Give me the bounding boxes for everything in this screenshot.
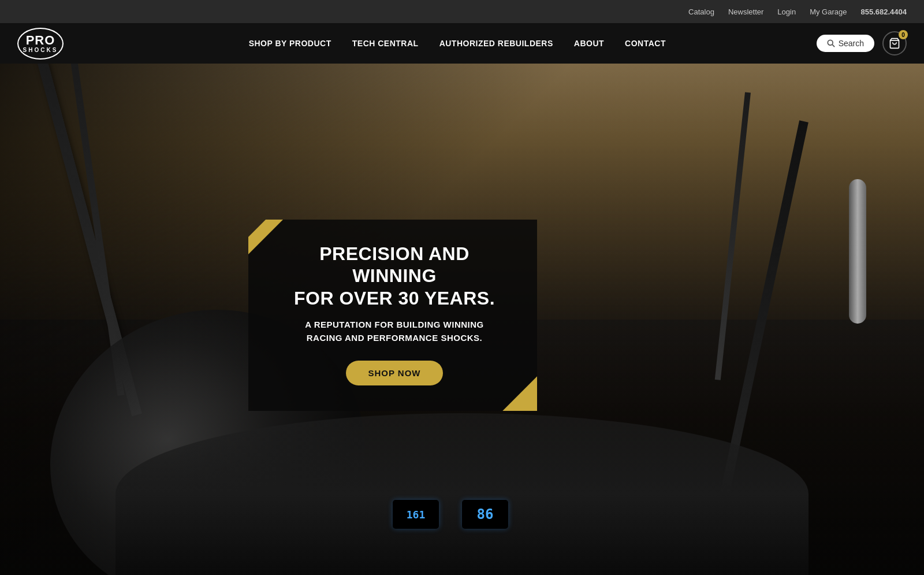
- shock-absorber-visual: [849, 179, 866, 324]
- cart-button[interactable]: 0: [882, 31, 907, 55]
- nav-right-controls: Search 0: [817, 31, 907, 55]
- my-garage-link[interactable]: My Garage: [810, 8, 847, 16]
- logo-pro-text: PRO: [26, 34, 55, 47]
- phone-number: 855.682.4404: [860, 8, 907, 16]
- logo[interactable]: PRO SHOCKS: [17, 28, 64, 60]
- hero-card: PRECISION AND WINNINGFOR OVER 30 YEARS. …: [248, 220, 537, 411]
- shop-now-button[interactable]: SHOP NOW: [346, 361, 442, 385]
- nav-links: SHOP BY PRODUCT TECH CENTRAL AUTHORIZED …: [98, 39, 817, 48]
- top-utility-bar: Catalog Newsletter Login My Garage 855.6…: [0, 0, 924, 23]
- cart-badge: 0: [899, 30, 908, 39]
- cart-icon: [889, 38, 900, 49]
- hero-section: 161 86 PRECISION AND WINNINGFOR OVER 30 …: [0, 64, 924, 575]
- nav-shop-by-product[interactable]: SHOP BY PRODUCT: [249, 39, 331, 48]
- dashboard: [116, 413, 808, 575]
- login-link[interactable]: Login: [777, 8, 796, 16]
- catalog-link[interactable]: Catalog: [688, 8, 714, 16]
- svg-line-1: [832, 44, 834, 47]
- hero-subtitle: A REPUTATION FOR BUILDING WINNINGRACING …: [277, 318, 512, 344]
- nav-about[interactable]: ABOUT: [574, 39, 604, 48]
- gauge-speed: 161: [393, 500, 439, 529]
- hero-title: PRECISION AND WINNINGFOR OVER 30 YEARS.: [277, 243, 512, 309]
- nav-contact[interactable]: CONTACT: [625, 39, 666, 48]
- search-button[interactable]: Search: [817, 35, 874, 52]
- search-icon: [827, 39, 835, 47]
- nav-authorized-rebuilders[interactable]: AUTHORIZED REBUILDERS: [439, 39, 553, 48]
- main-navigation: PRO SHOCKS SHOP BY PRODUCT TECH CENTRAL …: [0, 23, 924, 64]
- gauge-rpm: 86: [462, 500, 508, 529]
- search-label: Search: [839, 39, 864, 48]
- nav-tech-central[interactable]: TECH CENTRAL: [352, 39, 419, 48]
- svg-point-0: [828, 40, 833, 45]
- newsletter-link[interactable]: Newsletter: [728, 8, 763, 16]
- logo-oval: PRO SHOCKS: [17, 28, 64, 60]
- logo-shocks-text: SHOCKS: [23, 47, 58, 53]
